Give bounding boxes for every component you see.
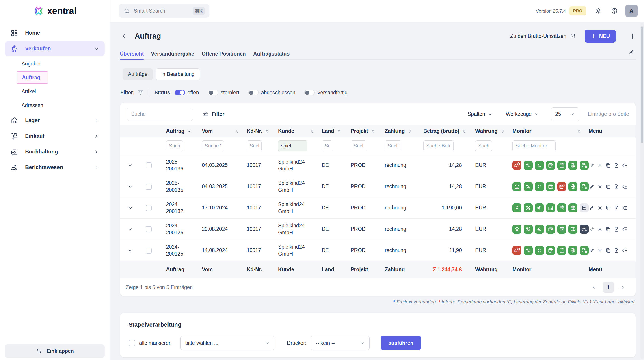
tab-auftragsstatus[interactable]: Auftragsstatus [253, 48, 290, 59]
copy-button[interactable] [605, 162, 611, 168]
add-tag-button[interactable] [622, 226, 628, 232]
column-header-kd-nr[interactable]: Kd-Nr. [247, 128, 278, 134]
sidebar-item-berichtswesen[interactable]: Berichtswesen [5, 160, 105, 175]
sidebar-item-angebot[interactable]: Angebot [16, 57, 105, 70]
search-projekt[interactable] [351, 140, 366, 152]
add-tag-button[interactable] [622, 248, 628, 254]
expand-row-button[interactable] [120, 248, 140, 253]
column-header-monitor[interactable]: Monitor [512, 128, 589, 134]
search-land[interactable] [322, 140, 332, 152]
expand-row-button[interactable] [120, 162, 140, 168]
toggle-versandfertig[interactable]: Versandfertig [304, 90, 348, 96]
sidebar-item-einkauf[interactable]: Einkauf [5, 128, 105, 143]
back-button[interactable] [120, 32, 128, 40]
pdf-button[interactable] [614, 205, 620, 211]
monitor-box-sync-icon[interactable] [546, 182, 555, 191]
delete-button[interactable] [597, 162, 603, 168]
monitor-euro-icon[interactable] [535, 204, 544, 212]
delete-button[interactable] [597, 184, 603, 190]
toggle-offen[interactable]: offen [175, 90, 199, 96]
more-options-button[interactable] [629, 33, 636, 40]
expand-row-button[interactable] [120, 226, 140, 232]
search-auftrag[interactable] [166, 140, 183, 152]
pdf-button[interactable] [614, 184, 620, 190]
monitor-calendar-blocked-icon[interactable] [557, 182, 566, 191]
monitor-euro-icon[interactable] [535, 225, 544, 234]
sidebar-item-auftrag[interactable]: Auftrag [16, 71, 48, 84]
monitor-globe-check-icon[interactable] [568, 246, 578, 255]
search-monitor[interactable] [512, 140, 556, 152]
column-header-auftrag[interactable]: Auftrag [166, 128, 202, 134]
monitor-box-sync-icon[interactable] [546, 246, 555, 255]
scrollbar-track[interactable] [640, 23, 644, 359]
page-number-button[interactable]: 1 [603, 282, 614, 293]
scrollbar-thumb[interactable] [641, 26, 643, 143]
monitor-truck-x-icon[interactable] [580, 246, 589, 255]
search-währung[interactable] [475, 140, 492, 152]
search-kd-nr[interactable] [247, 140, 262, 152]
column-header-projekt[interactable]: Projekt [351, 128, 385, 134]
page-size-select[interactable]: 25 [551, 107, 579, 121]
monitor-percent-icon[interactable] [524, 204, 533, 212]
select-all-checkbox[interactable] [128, 340, 135, 346]
row-checkbox[interactable] [146, 205, 152, 211]
new-order-button[interactable]: NEU [584, 30, 616, 42]
printer-select[interactable]: -- kein -- [311, 336, 370, 350]
sidebar-item-buchhaltung[interactable]: Buchhaltung [5, 144, 105, 159]
monitor-euro-icon[interactable] [535, 246, 544, 255]
toggle-switch[interactable] [248, 90, 258, 96]
monitor-percent-icon[interactable] [524, 246, 533, 255]
sidebar-item-artikel[interactable]: Artikel [16, 85, 105, 98]
column-header-währung[interactable]: Währung [475, 128, 512, 134]
copy-button[interactable] [605, 184, 611, 190]
toggle-storniert[interactable]: storniert [208, 90, 239, 96]
monitor-box-sync-icon[interactable] [546, 161, 555, 170]
monitor-percent-icon[interactable] [524, 161, 533, 170]
search-zahlung[interactable] [385, 140, 401, 152]
expand-row-button[interactable] [120, 184, 140, 190]
monitor-percent-icon[interactable] [524, 182, 533, 191]
monitor-truck-x-icon[interactable] [580, 182, 589, 191]
pdf-button[interactable] [614, 226, 620, 232]
toggle-switch[interactable] [208, 90, 218, 96]
table-filter-button[interactable]: Filter [202, 111, 224, 118]
monitor-box-sync-icon[interactable] [546, 225, 555, 234]
sidebar-item-verkaufen[interactable]: Verkaufen [5, 41, 105, 56]
table-search-input[interactable] [127, 108, 193, 121]
edit-button[interactable] [589, 248, 595, 254]
expand-row-button[interactable] [120, 205, 140, 211]
sidebar-item-lager[interactable]: Lager [5, 113, 105, 128]
column-header-kunde[interactable]: Kunde [278, 128, 322, 134]
sidebar-item-adressen[interactable]: Adressen [16, 99, 105, 112]
previous-page-button[interactable] [592, 284, 598, 290]
row-checkbox[interactable] [146, 184, 152, 190]
search-betrag-brutto[interactable] [423, 140, 454, 152]
tab-offene-positionen[interactable]: Offene Positionen [202, 48, 246, 59]
pdf-button[interactable] [614, 248, 620, 254]
view-in-bearbeitung[interactable]: in Bearbeitung [156, 68, 200, 80]
sidebar-item-home[interactable]: Home [5, 26, 105, 40]
tab-uebersicht[interactable]: Übersicht [120, 48, 144, 59]
brutto-umsaetze-link[interactable]: Zu den Brutto-Umsätzen [510, 33, 576, 39]
column-header-betrag-brutto[interactable]: Betrag (brutto) [423, 128, 475, 134]
collapse-sidebar-button[interactable]: Einklappen [5, 344, 105, 358]
toggle-abgeschlossen[interactable]: abgeschlossen [248, 90, 295, 96]
monitor-truck-icon[interactable] [580, 204, 589, 212]
monitor-truck-x-icon[interactable] [580, 161, 589, 170]
monitor-globe-check-icon[interactable] [568, 182, 578, 191]
column-header-menü[interactable]: Menü [589, 128, 636, 134]
monitor-globe-check-icon[interactable] [568, 225, 578, 234]
column-header-land[interactable]: Land [322, 128, 351, 134]
copy-button[interactable] [605, 205, 611, 211]
row-checkbox[interactable] [146, 162, 152, 168]
column-header-zahlung[interactable]: Zahlung [385, 128, 423, 134]
delete-button[interactable] [597, 226, 603, 232]
row-checkbox[interactable] [146, 226, 152, 232]
execute-button[interactable]: ausführen [381, 336, 421, 350]
monitor-warehouse-blocked-icon[interactable] [512, 246, 522, 255]
toggle-switch[interactable] [175, 90, 185, 96]
monitor-calendar-icon[interactable] [557, 161, 566, 170]
monitor-warehouse-icon[interactable] [512, 204, 522, 212]
row-checkbox[interactable] [146, 248, 152, 254]
columns-dropdown[interactable]: Spalten [468, 111, 493, 117]
